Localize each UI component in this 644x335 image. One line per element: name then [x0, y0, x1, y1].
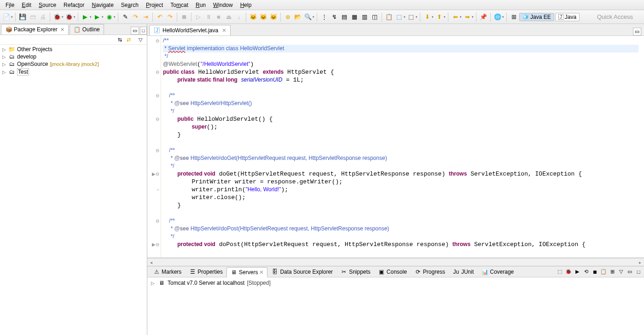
- tomcat-start-icon[interactable]: 🐱: [249, 12, 258, 22]
- menu-window[interactable]: Window: [209, 1, 237, 9]
- open-persp-icon[interactable]: ⊞: [509, 12, 518, 22]
- editor-gutter[interactable]: ⊖⊖⊖⊖⊖▶⊖○⊖▶⊖: [147, 36, 161, 258]
- server-toolbar-btn-3[interactable]: ⟲: [582, 268, 590, 276]
- expand-icon[interactable]: ▷: [2, 54, 6, 59]
- close-icon[interactable]: ✕: [60, 27, 64, 33]
- menu-project[interactable]: Project: [142, 1, 167, 9]
- open-type-icon[interactable]: ⊕: [283, 12, 292, 22]
- print-button[interactable]: 🖨: [38, 12, 47, 22]
- server-toolbar-btn-2[interactable]: ▶: [574, 268, 581, 276]
- menu-file[interactable]: File: [2, 1, 18, 9]
- close-icon[interactable]: ✕: [259, 269, 264, 276]
- horizontal-scrollbar[interactable]: ◂ ▸: [147, 258, 644, 266]
- menu-refactor[interactable]: Refactor: [60, 1, 88, 9]
- nav-icon1[interactable]: 📋: [384, 12, 394, 22]
- overview-ruler[interactable]: [640, 36, 644, 258]
- bottom-tab-data-source-explorer[interactable]: 🗄Data Source Explorer: [267, 267, 337, 277]
- server-row[interactable]: ▷ 🖥 Tomcat v7.0 Server at localhost [Sto…: [147, 277, 644, 288]
- bottom-tab-progress[interactable]: ⟳Progress: [411, 267, 449, 277]
- menu-search[interactable]: Search: [117, 1, 142, 9]
- menu-navigate[interactable]: Navigate: [88, 1, 117, 9]
- skip-icon[interactable]: ⇥: [141, 12, 150, 22]
- maximize-icon[interactable]: □: [140, 27, 147, 35]
- nav-icon2[interactable]: ⬚: [395, 12, 404, 22]
- scroll-right-icon[interactable]: ▸: [636, 259, 644, 266]
- server-toolbar-btn-1[interactable]: 🐞: [565, 268, 572, 276]
- run-ext-button[interactable]: ▶: [93, 12, 102, 22]
- disconnect-icon[interactable]: ⏏: [224, 12, 233, 22]
- undo-icon[interactable]: ↶: [155, 12, 164, 22]
- menu-source[interactable]: Source: [35, 1, 60, 9]
- editor-tab[interactable]: 🇯 HelloWorldServlet.java ✕: [149, 25, 231, 35]
- annotation-icon[interactable]: ▤: [340, 12, 349, 22]
- block-icon[interactable]: ▥: [360, 12, 369, 22]
- new-button[interactable]: 📄: [2, 12, 11, 22]
- tree-item[interactable]: ▷🗂OpenSource [jmock-library jmock2]: [2, 60, 145, 68]
- expand-icon[interactable]: ▷: [2, 70, 6, 75]
- save-all-button[interactable]: 🗃: [28, 12, 37, 22]
- tree-item[interactable]: ▷🗂develop: [2, 53, 145, 60]
- stop-icon[interactable]: ■: [214, 12, 223, 22]
- bottom-tab-markers[interactable]: ⚠Markers: [149, 267, 185, 277]
- scroll-left-icon[interactable]: ◂: [147, 259, 155, 266]
- link-editor-icon[interactable]: ⇄: [125, 36, 132, 43]
- close-icon[interactable]: ✕: [222, 27, 226, 34]
- expand-icon[interactable]: ▷: [2, 47, 6, 52]
- bottom-tab-junit[interactable]: JuJUnit: [449, 267, 477, 277]
- tomcat-stop-icon[interactable]: 🐱: [259, 12, 268, 22]
- save-button[interactable]: 💾: [18, 12, 27, 22]
- pause-icon[interactable]: ⏸: [204, 12, 213, 22]
- open-task-icon[interactable]: 📂: [293, 12, 302, 22]
- bottom-tab-coverage[interactable]: 📊Coverage: [477, 267, 517, 277]
- web-icon[interactable]: 🌐: [493, 12, 502, 22]
- fwd-icon[interactable]: ➡: [463, 12, 472, 22]
- tree-item[interactable]: ▷📁Other Projects: [2, 46, 145, 53]
- resume-icon[interactable]: ▷: [194, 12, 203, 22]
- server-toolbar-btn-6[interactable]: ⊞: [609, 268, 616, 276]
- quick-access[interactable]: Quick Access: [588, 13, 642, 20]
- menu-help[interactable]: Help: [237, 1, 255, 9]
- perspective-java[interactable]: 🇯 Java: [555, 13, 580, 21]
- menu-run[interactable]: Run: [192, 1, 209, 9]
- tree-item[interactable]: ▷🗂Test: [2, 68, 145, 76]
- expand-icon[interactable]: ▷: [2, 62, 6, 67]
- editor-code[interactable]: /** * Servlet implementation class Hello…: [161, 36, 640, 258]
- tomcat-restart-icon[interactable]: 🐱: [269, 12, 278, 22]
- server-toolbar-btn-5[interactable]: 📋: [600, 268, 607, 276]
- collapse-all-icon[interactable]: ⇆: [116, 36, 123, 43]
- maximize-icon[interactable]: ▭: [633, 28, 641, 35]
- server-toolbar-btn-8[interactable]: ▭: [626, 268, 633, 276]
- view-menu-icon[interactable]: ▽: [137, 36, 144, 43]
- toggle-icon[interactable]: ◫: [370, 12, 379, 22]
- minimize-icon[interactable]: ▭: [131, 27, 139, 35]
- server-toolbar-btn-4[interactable]: ⏹: [591, 268, 598, 276]
- nav-icon3[interactable]: ⬚: [406, 12, 416, 22]
- menu-tomcat[interactable]: Tomcat: [167, 1, 192, 9]
- menu-edit[interactable]: Edit: [18, 1, 35, 9]
- debug-button2[interactable]: 🐞: [64, 12, 74, 22]
- tab-package-explorer[interactable]: 📦 Package Explorer ✕: [1, 24, 69, 35]
- stepinto-icon[interactable]: ↓: [234, 12, 244, 22]
- expand-icon[interactable]: ▷: [151, 281, 156, 286]
- debug-button[interactable]: 🐞: [52, 12, 62, 22]
- mark-icon[interactable]: ↯: [330, 12, 339, 22]
- bottom-tab-console[interactable]: ▣Console: [374, 267, 411, 277]
- next-ann-icon[interactable]: ⬇: [423, 12, 432, 22]
- bottom-tab-snippets[interactable]: ✂Snippets: [337, 267, 374, 277]
- whitespace-icon[interactable]: ▦: [350, 12, 359, 22]
- bottom-tab-servers[interactable]: 🖥Servers ✕: [226, 267, 267, 277]
- toggle-breadcrumb-icon[interactable]: ⋮: [319, 12, 329, 22]
- search-icon[interactable]: 🔍: [303, 12, 313, 22]
- server-toolbar-btn-0[interactable]: ⬚: [556, 268, 563, 276]
- redo-icon[interactable]: ↷: [165, 12, 174, 22]
- back-icon[interactable]: ⬅: [451, 12, 460, 22]
- package-tree[interactable]: ▷📁Other Projects▷🗂develop▷🗂OpenSource [j…: [0, 45, 147, 335]
- prev-ann-icon[interactable]: ⬆: [435, 12, 444, 22]
- terminate-icon[interactable]: ⏹: [180, 12, 189, 22]
- tab-outline[interactable]: 📋 Outline: [70, 24, 104, 35]
- coverage-button[interactable]: ◉: [104, 12, 114, 22]
- bottom-tab-properties[interactable]: ☰Properties: [185, 267, 226, 277]
- pin-icon[interactable]: 📌: [479, 12, 488, 22]
- server-toolbar-btn-7[interactable]: ▽: [617, 268, 625, 276]
- step-icon[interactable]: ↷: [131, 12, 140, 22]
